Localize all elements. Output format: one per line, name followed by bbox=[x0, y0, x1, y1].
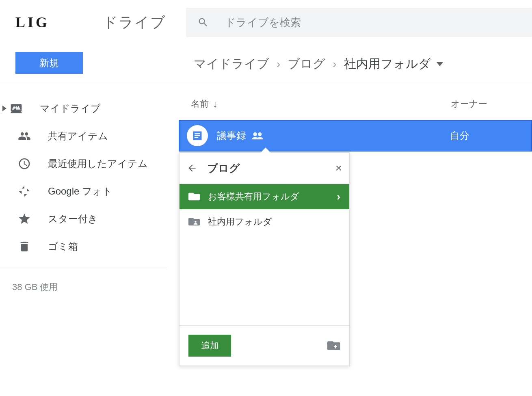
chevron-right-icon: › bbox=[333, 58, 336, 71]
sidebar-item-label: ゴミ箱 bbox=[48, 240, 78, 253]
logo: LIG bbox=[15, 14, 103, 31]
file-name-label: 議事録 bbox=[217, 129, 246, 142]
breadcrumb-current-label: 社内用フォルダ bbox=[344, 56, 431, 72]
sidebar-item-shared[interactable]: 共有アイテム bbox=[0, 122, 179, 150]
popover-header: ブログ × bbox=[179, 153, 349, 184]
content: マイドライブ 共有アイテム 最近使用したアイテム Google フォト スター付… bbox=[0, 83, 532, 396]
search-icon bbox=[197, 17, 209, 28]
sidebar-item-starred[interactable]: スター付き bbox=[0, 205, 179, 233]
file-list-header: 名前 ↓ オーナー bbox=[179, 98, 532, 120]
chevron-right-icon: › bbox=[337, 190, 340, 203]
header: LIG ドライブ bbox=[0, 0, 532, 45]
chevron-right-icon: › bbox=[277, 58, 280, 71]
sort-down-icon: ↓ bbox=[213, 98, 218, 110]
move-popover: ブログ × お客様共有用フォルダ › 社内用フォルダ 追加 bbox=[179, 152, 350, 366]
storage-usage: 38 GB 使用 bbox=[0, 275, 179, 293]
document-icon bbox=[192, 130, 203, 141]
popover-item-label: 社内用フォルダ bbox=[208, 216, 340, 228]
search-input[interactable] bbox=[225, 16, 521, 29]
breadcrumb: マイドライブ › ブログ › 社内用フォルダ bbox=[194, 45, 443, 83]
popover-item-selected[interactable]: お客様共有用フォルダ › bbox=[179, 184, 349, 209]
trash-icon bbox=[18, 240, 31, 253]
svg-point-7 bbox=[195, 221, 197, 223]
new-button[interactable]: 新規 bbox=[15, 52, 83, 74]
file-owner: 自分 bbox=[450, 129, 531, 142]
column-name-label: 名前 bbox=[191, 98, 209, 110]
file-row-selected[interactable]: 議事録 自分 bbox=[179, 120, 532, 151]
column-name[interactable]: 名前 ↓ bbox=[191, 98, 451, 110]
sidebar: マイドライブ 共有アイテム 最近使用したアイテム Google フォト スター付… bbox=[0, 83, 179, 396]
file-list: 名前 ↓ オーナー 議事録 自分 ブログ × bbox=[179, 83, 532, 396]
svg-rect-4 bbox=[195, 137, 198, 138]
close-icon[interactable]: × bbox=[335, 162, 342, 175]
svg-point-6 bbox=[258, 132, 262, 136]
breadcrumb-item-blog[interactable]: ブログ bbox=[288, 56, 325, 72]
svg-rect-2 bbox=[195, 133, 200, 134]
sidebar-item-label: マイドライブ bbox=[40, 102, 101, 115]
doc-circle bbox=[187, 125, 208, 146]
back-arrow-icon[interactable] bbox=[187, 163, 197, 173]
popover-pointer bbox=[261, 148, 270, 153]
popover-item[interactable]: 社内用フォルダ bbox=[179, 209, 349, 234]
sidebar-item-label: 共有アイテム bbox=[48, 130, 108, 143]
sidebar-item-label: 最近使用したアイテム bbox=[48, 157, 148, 170]
column-owner[interactable]: オーナー bbox=[451, 98, 532, 110]
sidebar-item-recent[interactable]: 最近使用したアイテム bbox=[0, 150, 179, 177]
sidebar-item-trash[interactable]: ゴミ箱 bbox=[0, 233, 179, 260]
popover-title: ブログ bbox=[207, 161, 326, 175]
file-name: 議事録 bbox=[217, 129, 441, 142]
svg-rect-1 bbox=[11, 112, 22, 113]
folder-shared-icon bbox=[188, 217, 200, 227]
drive-icon bbox=[10, 102, 23, 115]
breadcrumb-item-mydrive[interactable]: マイドライブ bbox=[194, 56, 269, 72]
sidebar-item-mydrive[interactable]: マイドライブ bbox=[0, 95, 179, 122]
breadcrumb-item-current[interactable]: 社内用フォルダ bbox=[344, 56, 443, 72]
shared-icon bbox=[252, 132, 263, 140]
sidebar-item-label: スター付き bbox=[48, 212, 98, 225]
folder-icon bbox=[188, 192, 200, 201]
dropdown-triangle-icon bbox=[437, 62, 443, 66]
sidebar-item-label: Google フォト bbox=[48, 185, 112, 198]
people-icon bbox=[18, 130, 31, 143]
popover-list: お客様共有用フォルダ › 社内用フォルダ bbox=[179, 184, 349, 326]
search-bar[interactable] bbox=[186, 8, 532, 37]
svg-rect-3 bbox=[195, 135, 200, 136]
svg-point-5 bbox=[253, 132, 257, 136]
photos-icon bbox=[18, 185, 31, 198]
app-title: ドライブ bbox=[103, 13, 186, 32]
popover-footer: 追加 bbox=[179, 326, 349, 366]
star-icon bbox=[18, 212, 31, 225]
divider bbox=[0, 268, 167, 268]
new-folder-icon[interactable] bbox=[327, 340, 340, 351]
clock-icon bbox=[18, 157, 31, 170]
sidebar-item-photos[interactable]: Google フォト bbox=[0, 177, 179, 205]
expand-icon bbox=[2, 106, 6, 111]
popover-item-label: お客様共有用フォルダ bbox=[208, 190, 329, 203]
add-button[interactable]: 追加 bbox=[188, 335, 231, 357]
